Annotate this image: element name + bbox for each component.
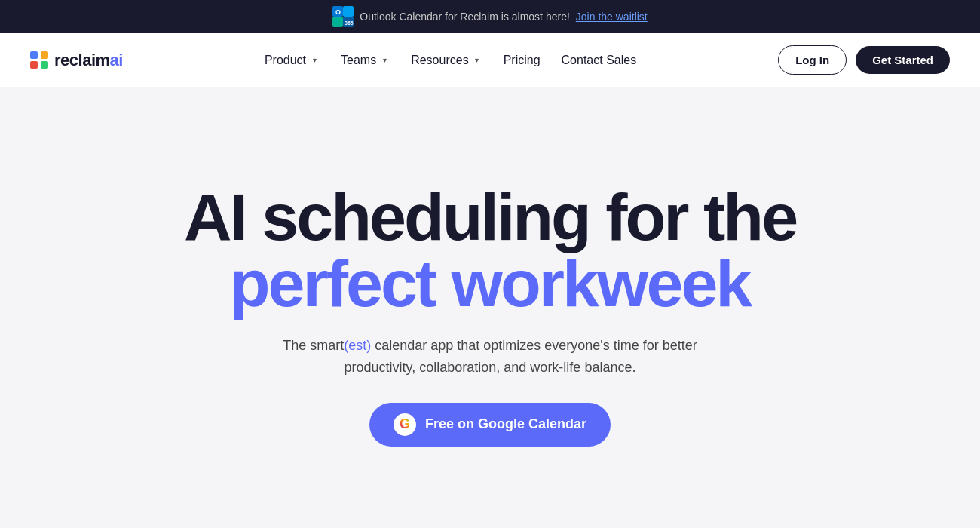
logo-text: reclaimai (54, 51, 123, 70)
logo-icon (30, 51, 48, 69)
nav-teams[interactable]: Teams ▾ (332, 48, 399, 73)
svg-text:365: 365 (345, 20, 354, 26)
logo[interactable]: reclaimai (30, 51, 123, 70)
chevron-down-icon: ▾ (379, 55, 390, 66)
logo-sq-orange (41, 51, 48, 59)
svg-text:O: O (335, 8, 341, 16)
join-waitlist-link[interactable]: Join the waitlist (576, 11, 648, 23)
google-g-letter: G (400, 416, 410, 432)
top-banner: O 365 Outlook Calendar for Reclaim is al… (0, 0, 980, 33)
subtitle-highlight: (est) (344, 338, 371, 353)
chevron-down-icon: ▾ (309, 55, 320, 66)
svg-rect-2 (332, 17, 343, 27)
nav-pricing[interactable]: Pricing (495, 48, 550, 73)
svg-rect-1 (343, 6, 354, 17)
outlook-calendar-icon: O 365 (332, 6, 354, 27)
google-cta-label: Free on Google Calendar (425, 416, 586, 432)
nav-contact-sales[interactable]: Contact Sales (553, 48, 646, 73)
hero-title: AI scheduling for the perfect workweek (184, 184, 796, 317)
nav-teams-label: Teams (341, 54, 376, 67)
subtitle-after: calendar app that optimizes everyone's t… (345, 338, 697, 375)
nav-resources-label: Resources (411, 54, 468, 67)
nav-actions: Log In Get Started (778, 45, 950, 75)
hero-title-line2: perfect workweek (184, 250, 796, 317)
nav-links: Product ▾ Teams ▾ Resources ▾ Pricing Co… (256, 48, 645, 73)
hero-section: AI scheduling for the perfect workweek T… (0, 87, 980, 528)
logo-sq-blue (30, 51, 38, 59)
logo-sq-red (30, 61, 38, 69)
logo-sq-green (41, 61, 48, 69)
nav-contact-sales-label: Contact Sales (562, 54, 637, 67)
nav-resources[interactable]: Resources ▾ (402, 48, 491, 73)
nav-product[interactable]: Product ▾ (256, 48, 329, 73)
navbar: reclaimai Product ▾ Teams ▾ Resources ▾ … (0, 33, 980, 87)
nav-pricing-label: Pricing (504, 54, 541, 67)
chevron-down-icon: ▾ (472, 55, 482, 66)
login-button[interactable]: Log In (778, 45, 847, 75)
banner-text: Outlook Calendar for Reclaim is almost h… (360, 11, 570, 23)
hero-title-line1: AI scheduling for the (184, 184, 796, 250)
google-calendar-cta-button[interactable]: G Free on Google Calendar (369, 403, 611, 447)
subtitle-before: The smart (283, 338, 344, 353)
hero-subtitle: The smart(est) calendar app that optimiz… (249, 335, 731, 379)
get-started-button[interactable]: Get Started (856, 46, 950, 74)
nav-product-label: Product (265, 54, 306, 67)
google-icon: G (394, 413, 416, 436)
